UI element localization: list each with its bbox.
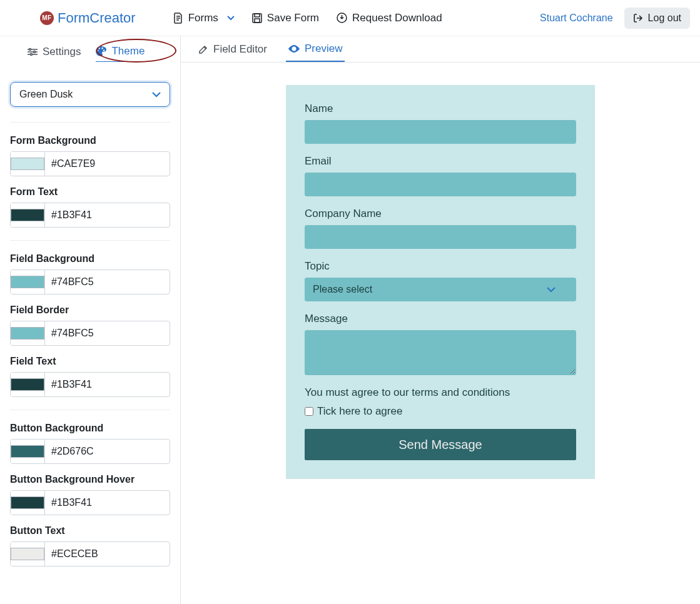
divider <box>10 410 170 410</box>
chevron-down-icon <box>227 16 235 21</box>
hex-field-text[interactable] <box>45 379 170 390</box>
svg-point-4 <box>29 48 31 50</box>
color-field-bg[interactable] <box>10 269 170 294</box>
hex-button-bg[interactable] <box>45 446 170 457</box>
topic-placeholder: Please select <box>313 284 372 295</box>
hex-form-text[interactable] <box>45 209 170 221</box>
hex-button-text[interactable] <box>45 548 170 560</box>
agree-label: Tick here to agree <box>317 405 402 418</box>
label-field-bg: Field Background <box>10 253 170 264</box>
tab-field-editor[interactable]: Field Editor <box>196 43 270 62</box>
svg-point-6 <box>31 53 33 55</box>
topic-label: Topic <box>305 260 576 273</box>
hex-field-bg[interactable] <box>45 276 170 288</box>
divider <box>10 240 170 241</box>
tab-theme[interactable]: Theme <box>96 45 145 62</box>
svg-rect-0 <box>253 14 261 23</box>
email-label: Email <box>305 155 576 168</box>
theme-select[interactable]: Green Dusk <box>10 82 170 107</box>
agree-checkbox[interactable] <box>305 407 313 416</box>
tab-field-editor-label: Field Editor <box>213 43 267 56</box>
swatch-form-bg[interactable] <box>11 152 45 176</box>
hex-form-bg[interactable] <box>45 158 170 169</box>
download-icon <box>337 13 347 23</box>
logout-button[interactable]: Log out <box>624 8 690 29</box>
svg-rect-1 <box>255 14 260 17</box>
swatch-field-text[interactable] <box>11 373 45 396</box>
swatch-form-text[interactable] <box>11 203 45 227</box>
palette-icon <box>96 46 106 56</box>
request-download-button[interactable]: Request Download <box>337 12 442 24</box>
label-button-bg-hover: Button Background Hover <box>10 474 170 485</box>
top-bar: MF FormCreator Forms Save Form Request D… <box>0 0 700 36</box>
label-form-bg: Form Background <box>10 135 170 146</box>
color-field-border[interactable] <box>10 321 170 346</box>
label-button-text: Button Text <box>10 525 170 536</box>
save-form-button[interactable]: Save Form <box>252 12 319 24</box>
tab-preview-label: Preview <box>305 43 342 55</box>
color-button-text[interactable] <box>10 541 170 566</box>
app-name: FormCreator <box>58 10 136 26</box>
download-label: Request Download <box>352 12 442 24</box>
message-label: Message <box>305 313 576 325</box>
name-label: Name <box>305 103 576 115</box>
color-button-bg[interactable] <box>10 439 170 464</box>
sidebar: Settings Theme Green Dusk Form Backgroun… <box>0 36 181 604</box>
edit-icon <box>198 44 208 54</box>
topbar-left: Forms Save Form Request Download <box>173 12 442 24</box>
logout-label: Log out <box>648 13 681 24</box>
chevron-down-icon <box>547 287 555 293</box>
tab-theme-label: Theme <box>111 45 145 58</box>
name-input[interactable] <box>305 120 576 144</box>
company-label: Company Name <box>305 208 576 220</box>
forms-label: Forms <box>188 12 218 24</box>
content-tabs: Field Editor Preview <box>181 36 700 63</box>
email-input[interactable] <box>305 173 576 196</box>
svg-rect-2 <box>255 19 260 23</box>
content-area: Field Editor Preview Name Email Company … <box>181 36 700 604</box>
hex-button-bg-hover[interactable] <box>45 497 170 508</box>
label-form-text: Form Text <box>10 186 170 198</box>
divider <box>10 122 170 123</box>
color-form-text[interactable] <box>10 203 170 228</box>
save-label: Save Form <box>267 12 319 24</box>
form-preview: Name Email Company Name Topic Please sel… <box>286 85 595 479</box>
save-icon <box>252 13 262 23</box>
swatch-field-border[interactable] <box>11 321 45 345</box>
app-logo[interactable]: MF FormCreator <box>40 10 136 26</box>
sidebar-tabs: Settings Theme <box>10 36 170 68</box>
svg-point-5 <box>34 51 36 53</box>
terms-text: You must agree to our terms and conditio… <box>305 386 576 399</box>
sliders-icon <box>28 48 38 56</box>
agree-checkbox-row[interactable]: Tick here to agree <box>305 405 576 418</box>
svg-point-7 <box>293 48 295 49</box>
chevron-down-icon <box>152 92 161 98</box>
tab-settings-label: Settings <box>43 46 81 58</box>
theme-select-value: Green Dusk <box>19 89 73 100</box>
color-button-bg-hover[interactable] <box>10 490 170 515</box>
tab-settings[interactable]: Settings <box>28 46 81 62</box>
swatch-button-bg[interactable] <box>11 440 45 463</box>
logout-icon <box>633 13 643 23</box>
label-button-bg: Button Background <box>10 423 170 434</box>
tab-preview[interactable]: Preview <box>286 43 345 62</box>
user-link[interactable]: Stuart Cochrane <box>540 13 613 24</box>
submit-button[interactable]: Send Message <box>305 429 576 460</box>
topic-select[interactable]: Please select <box>305 278 576 301</box>
company-input[interactable] <box>305 225 576 249</box>
label-field-text: Field Text <box>10 356 170 367</box>
swatch-button-text[interactable] <box>11 542 45 566</box>
hex-field-border[interactable] <box>45 328 170 339</box>
message-textarea[interactable] <box>305 330 576 375</box>
swatch-button-bg-hover[interactable] <box>11 491 45 515</box>
file-icon <box>173 13 183 24</box>
forms-menu[interactable]: Forms <box>173 12 235 24</box>
label-field-border: Field Border <box>10 305 170 316</box>
color-field-text[interactable] <box>10 372 170 397</box>
color-form-bg[interactable] <box>10 151 170 176</box>
swatch-field-bg[interactable] <box>11 270 45 294</box>
logo-badge: MF <box>40 11 54 25</box>
eye-icon <box>288 45 300 53</box>
